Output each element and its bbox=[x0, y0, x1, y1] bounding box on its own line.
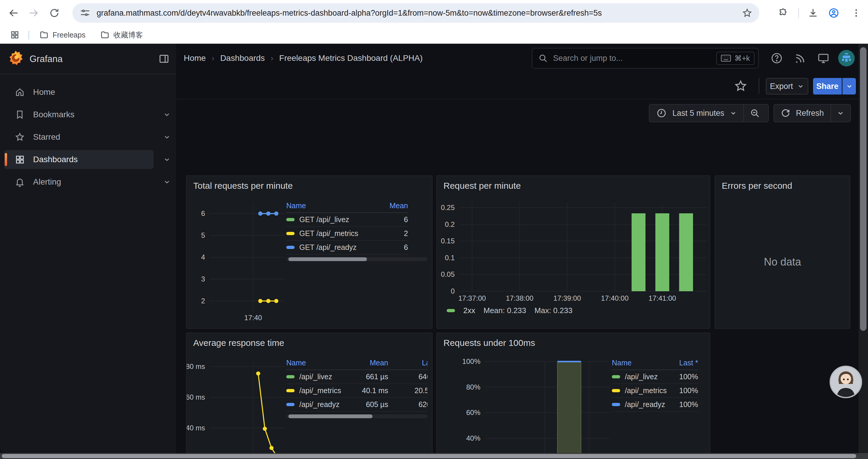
legend-column-header[interactable]: Name bbox=[286, 199, 384, 213]
legend-column-header[interactable]: Mean bbox=[357, 356, 388, 370]
sidebar-item-bookmarks[interactable]: Bookmarks bbox=[4, 105, 154, 124]
toolbar-divider bbox=[798, 8, 799, 18]
chevron-down-icon[interactable] bbox=[163, 178, 171, 186]
grafana-logo[interactable] bbox=[8, 50, 24, 67]
sidebar-item-dashboards[interactable]: Dashboards bbox=[4, 150, 154, 169]
legend-series-name[interactable]: /api/_readyz bbox=[286, 398, 357, 412]
legend-value: 646 µs bbox=[388, 370, 428, 384]
share-button[interactable]: Share bbox=[813, 78, 842, 95]
scrollbar-thumb[interactable] bbox=[288, 257, 367, 261]
legend-column-header[interactable]: Name bbox=[612, 356, 668, 370]
legend-value: 605 µs bbox=[357, 398, 388, 412]
legend-scrollbar[interactable] bbox=[286, 257, 428, 261]
horizontal-scrollbar[interactable] bbox=[0, 453, 868, 459]
forward-icon[interactable] bbox=[26, 5, 41, 21]
refresh-interval-chevron-icon[interactable] bbox=[837, 109, 844, 117]
legend-series-name[interactable]: GET /api/_livez bbox=[286, 213, 384, 227]
legend-value: 40.1 ms bbox=[357, 384, 388, 398]
series-color-pill bbox=[447, 309, 455, 312]
legend-value: 20.5 ms bbox=[388, 384, 428, 398]
tv-kiosk-icon[interactable] bbox=[817, 52, 830, 64]
panel-errors-per-second: Errors per second No data bbox=[715, 175, 850, 329]
svg-text:3: 3 bbox=[201, 275, 205, 283]
share-menu-button[interactable] bbox=[842, 78, 856, 95]
search-shortcut: ⌘+k bbox=[716, 52, 754, 65]
panel-total-requests-per-minute: 17:4065432Total requests per minute Name… bbox=[186, 175, 433, 329]
bookmark-folder-blogs[interactable]: 收藏博客 bbox=[97, 28, 147, 41]
panel-title[interactable]: Request per minute bbox=[443, 181, 521, 191]
breadcrumb-dashboards[interactable]: Dashboards bbox=[220, 54, 265, 63]
zoom-out-icon[interactable] bbox=[750, 108, 760, 118]
star-icon bbox=[15, 132, 25, 142]
bookmark-folder-freeleaps[interactable]: Freeleaps bbox=[36, 28, 89, 41]
chevron-down-icon[interactable] bbox=[163, 133, 171, 141]
bookmark-icon bbox=[15, 109, 25, 120]
active-indicator bbox=[5, 153, 7, 166]
legend-series-name[interactable]: GET /api/_metrics bbox=[286, 227, 384, 241]
back-icon[interactable] bbox=[6, 5, 21, 21]
sidebar: Grafana Home Bookmarks bbox=[0, 44, 176, 453]
legend-series-name[interactable]: 2xx bbox=[463, 306, 475, 315]
user-avatar[interactable] bbox=[838, 50, 855, 67]
browser-toolbar: grafana.mathmast.com/d/deytv4rwavabkb/fr… bbox=[0, 0, 868, 26]
url-bar[interactable]: grafana.mathmast.com/d/deytv4rwavabkb/fr… bbox=[72, 3, 759, 23]
bell-icon bbox=[15, 177, 25, 187]
sidebar-item-alerting[interactable]: Alerting bbox=[4, 172, 154, 191]
url-text: grafana.mathmast.com/d/deytv4rwavabkb/fr… bbox=[97, 8, 735, 18]
legend-column-header[interactable]: Name bbox=[286, 356, 357, 370]
legend-series-name[interactable]: /api/_livez bbox=[286, 370, 357, 384]
legend-series-name[interactable]: GET /api/_readyz bbox=[286, 241, 384, 255]
sidebar-item-starred[interactable]: Starred bbox=[4, 128, 154, 146]
dock-menu-icon[interactable] bbox=[158, 53, 169, 64]
scrollbar-thumb[interactable] bbox=[2, 454, 856, 458]
assistant-avatar[interactable] bbox=[830, 366, 862, 398]
folder-icon bbox=[100, 30, 109, 39]
panel-average-response-time: 17:4080 ms60 ms40 ms20 ms0 sAverage resp… bbox=[186, 333, 433, 459]
series-color-pill bbox=[286, 218, 294, 221]
legend-list: 2xxMean: 0.233Max: 0.233 bbox=[447, 306, 572, 315]
svg-text:0.25: 0.25 bbox=[441, 203, 455, 211]
scrollbar-thumb[interactable] bbox=[860, 47, 867, 331]
svg-text:60 ms: 60 ms bbox=[187, 393, 205, 401]
search-input[interactable]: Search or jump to... ⌘+k bbox=[532, 48, 759, 68]
site-settings-icon[interactable] bbox=[80, 8, 90, 18]
apps-grid-icon[interactable] bbox=[7, 27, 23, 42]
extensions-icon[interactable] bbox=[776, 5, 791, 21]
vertical-scrollbar[interactable] bbox=[859, 44, 868, 453]
bookmark-star-icon[interactable] bbox=[742, 8, 752, 18]
chevron-down-icon[interactable] bbox=[163, 156, 171, 163]
panel-title[interactable]: Average response time bbox=[193, 338, 284, 348]
time-range-picker[interactable]: Last 5 minutes bbox=[649, 104, 769, 122]
legend-series-name[interactable]: /api/_metrics bbox=[286, 384, 357, 398]
download-icon[interactable] bbox=[805, 5, 821, 21]
control-divider bbox=[743, 104, 744, 122]
legend-column-header[interactable]: Mean bbox=[384, 199, 408, 213]
svg-text:40%: 40% bbox=[466, 434, 480, 442]
scrollbar-thumb[interactable] bbox=[288, 415, 373, 418]
sidebar-item-home[interactable]: Home bbox=[4, 83, 154, 102]
legend-value: 620 µs bbox=[388, 398, 428, 412]
legend-scrollbar[interactable] bbox=[286, 415, 428, 418]
legend-series-name[interactable]: /api/_readyz bbox=[612, 398, 668, 412]
chevron-down-icon[interactable] bbox=[163, 111, 171, 119]
profile-icon[interactable] bbox=[826, 5, 841, 21]
breadcrumb-current: Freeleaps Metrics Dashboard (ALPHA) bbox=[279, 54, 423, 63]
panel-title[interactable]: Total requests per minute bbox=[193, 181, 293, 191]
breadcrumb-home[interactable]: Home bbox=[184, 54, 206, 63]
series-color-pill bbox=[286, 232, 294, 235]
svg-text:17:40: 17:40 bbox=[244, 314, 262, 322]
export-button[interactable]: Export bbox=[766, 78, 808, 95]
legend-series-name[interactable]: /api/_metrics bbox=[612, 384, 668, 398]
refresh-button[interactable]: Refresh bbox=[773, 104, 851, 122]
help-icon[interactable] bbox=[771, 52, 783, 64]
legend-value: 6 bbox=[384, 213, 408, 227]
panel-title[interactable]: Requests under 100ms bbox=[443, 338, 535, 348]
reload-icon[interactable] bbox=[47, 5, 62, 21]
legend-series-name[interactable]: /api/_livez bbox=[612, 370, 668, 384]
legend-column-header[interactable]: Last * bbox=[388, 356, 428, 370]
panel-title[interactable]: Errors per second bbox=[722, 181, 792, 191]
favorite-star-icon[interactable] bbox=[734, 79, 747, 93]
menu-kebab-icon[interactable] bbox=[848, 5, 864, 21]
legend-column-header[interactable]: Last * bbox=[668, 356, 698, 370]
news-rss-icon[interactable] bbox=[794, 52, 807, 64]
